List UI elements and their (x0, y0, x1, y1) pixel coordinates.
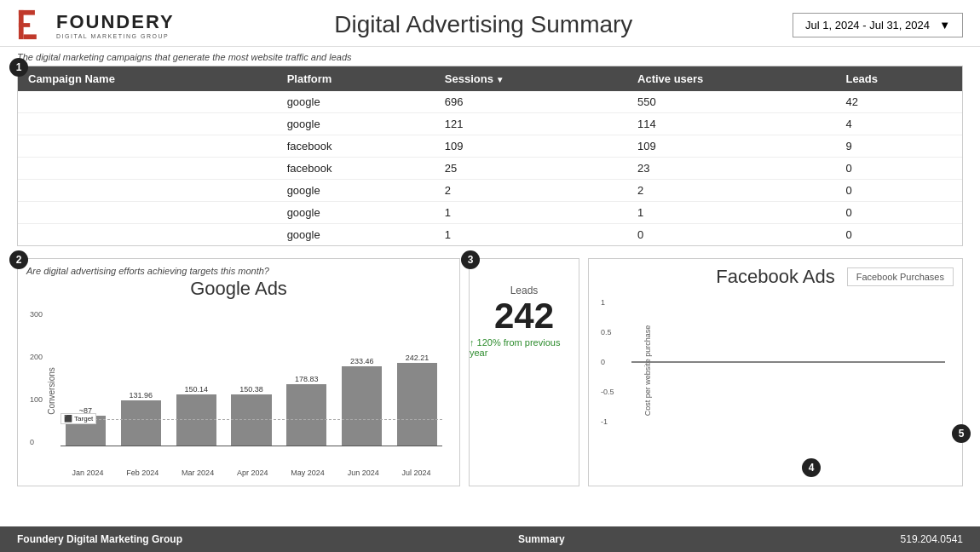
cell-sessions: 696 (435, 91, 627, 113)
table-row: facebook25230 (18, 158, 962, 180)
footer-center: Summary (518, 533, 565, 545)
table-row: google1211144 (18, 113, 962, 135)
logo-sub: DIGITAL MARKETING GROUP (56, 33, 175, 39)
bar-value-label: 178.83 (295, 375, 319, 383)
col-campaign-name: Campaign Name (18, 66, 277, 91)
section1-note: The digital marketing campaigns that gen… (17, 52, 963, 62)
bar-rect (397, 363, 437, 446)
bar-group: 131.96 (116, 391, 166, 446)
cell-sessions: 25 (435, 158, 627, 180)
target-badge: ⬛ Target (61, 413, 96, 424)
table-row: google110 (18, 202, 962, 224)
target-line: ⬛ Target (61, 419, 442, 420)
cell-active_users: 1 (627, 202, 835, 224)
facebook-purchases-box: Facebook Purchases (847, 267, 954, 286)
cell-active_users: 2 (627, 180, 835, 202)
section4-number: 4 (802, 458, 821, 477)
y-axis-labels: 300 200 100 0 (30, 310, 43, 446)
leads-label: Leads (510, 285, 539, 296)
bar-value-label: 131.96 (130, 391, 153, 400)
header: FOUNDERY DIGITAL MARKETING GROUP Digital… (0, 0, 980, 47)
cell-platform: google (277, 113, 435, 135)
facebook-purchases-label: Facebook Purchases (856, 272, 944, 282)
logo-text: FOUNDERY DIGITAL MARKETING GROUP (56, 11, 175, 39)
cell-sessions: 1 (435, 224, 627, 246)
cell-campaign (18, 224, 277, 246)
bar-rect (286, 384, 326, 446)
table-row: facebook1091099 (18, 135, 962, 158)
svg-rect-2 (19, 23, 30, 27)
svg-rect-1 (19, 10, 35, 15)
google-ads-bar-chart: 300 200 100 0 Conversions ~87131.96150.1… (26, 302, 451, 480)
cell-platform: google (277, 224, 435, 246)
x-axis-labels: Jan 2024 Feb 2024 Mar 2024 Apr 2024 May … (61, 469, 442, 477)
cell-platform: facebook (277, 158, 435, 180)
y-axis-label: Conversions (47, 367, 56, 415)
bar-rect (121, 400, 161, 446)
cell-sessions: 109 (435, 135, 627, 158)
cell-platform: facebook (277, 135, 435, 158)
table-wrapper: 1 Campaign Name Platform Sessions Active… (17, 66, 963, 246)
cell-sessions: 1 (435, 202, 627, 224)
bar-group: ~87 (61, 406, 111, 446)
date-range-button[interactable]: Jul 1, 2024 - Jul 31, 2024 ▼ (793, 13, 963, 37)
cell-leads: 0 (835, 180, 962, 202)
cell-campaign (18, 158, 277, 180)
bottom-section: 2 Are digital advertising efforts achiev… (0, 250, 980, 486)
logo-area: FOUNDERY DIGITAL MARKETING GROUP (17, 9, 175, 41)
cell-active_users: 550 (627, 91, 835, 113)
bar-rect (231, 394, 271, 446)
cell-leads: 4 (835, 113, 962, 135)
footer-right: 519.204.0541 (901, 533, 963, 545)
cell-campaign (18, 180, 277, 202)
cell-sessions: 2 (435, 180, 627, 202)
table-row: google69655042 (18, 91, 962, 113)
cell-leads: 42 (835, 91, 962, 113)
footer: Foundery Digital Marketing Group Summary… (0, 526, 980, 552)
cell-campaign (18, 135, 277, 158)
google-ads-area: 2 Are digital advertising efforts achiev… (17, 258, 460, 486)
facebook-line-chart: 1 0.5 0 -0.5 -1 Cost per website purchas… (597, 290, 954, 451)
cell-campaign (18, 91, 277, 113)
bar-group: 242.21 (392, 354, 442, 446)
fb-line-svg (631, 298, 945, 426)
cell-sessions: 121 (435, 113, 627, 135)
cell-campaign (18, 113, 277, 135)
table-row: google220 (18, 180, 962, 202)
fb-y-labels: 1 0.5 0 -0.5 -1 (601, 298, 614, 426)
cell-active_users: 114 (627, 113, 835, 135)
cell-active_users: 0 (627, 224, 835, 246)
svg-rect-3 (24, 34, 37, 39)
cell-active_users: 109 (627, 135, 835, 158)
col-sessions[interactable]: Sessions (435, 66, 627, 91)
cell-leads: 9 (835, 135, 962, 158)
cell-platform: google (277, 91, 435, 113)
cell-campaign (18, 202, 277, 224)
google-ads-title: Google Ads (26, 278, 451, 300)
facebook-ads-area: 4 5 Facebook Purchases Facebook Ads 1 0.… (588, 258, 963, 486)
bar-group: 178.83 (281, 375, 331, 446)
col-platform: Platform (277, 66, 435, 91)
logo-icon (17, 9, 49, 41)
section2-number: 2 (9, 250, 28, 269)
bars-area: ~87131.96150.14150.38178.83233.46242.21 (61, 310, 442, 446)
section1-campaign-table: The digital marketing campaigns that gen… (0, 47, 980, 250)
bar-group: 150.14 (171, 385, 222, 446)
cell-active_users: 23 (627, 158, 835, 180)
bar-group: 233.46 (337, 357, 387, 446)
col-active-users: Active users (627, 66, 835, 91)
bar-value-label: 233.46 (350, 357, 374, 365)
dropdown-arrow-icon: ▼ (939, 19, 950, 32)
bar-rect (342, 366, 382, 446)
bar-value-label: 150.38 (239, 385, 263, 394)
page-title: Digital Advertising Summary (175, 11, 793, 38)
section1-number: 1 (9, 58, 28, 77)
bar-group: 150.38 (227, 385, 277, 446)
leads-value: 242 (494, 298, 554, 334)
cell-leads: 0 (835, 158, 962, 180)
leads-change: ↑ 120% from previous year (470, 337, 579, 358)
bar-value-label: 242.21 (406, 354, 429, 362)
logo-name: FOUNDERY (56, 11, 175, 33)
cell-platform: google (277, 180, 435, 202)
col-leads: Leads (835, 66, 962, 91)
